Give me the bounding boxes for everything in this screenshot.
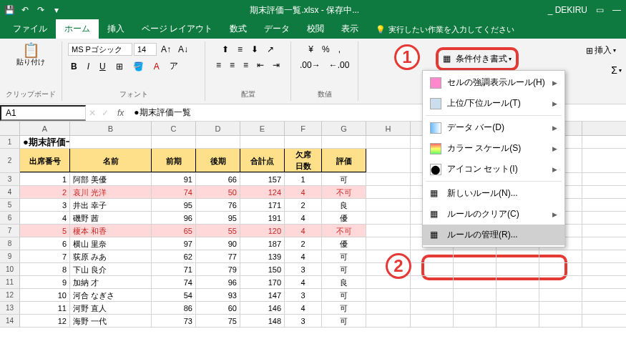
evaluation[interactable]: 不可 [322, 186, 366, 198]
cell[interactable] [454, 315, 497, 327]
tab-view[interactable]: 表示 [333, 19, 367, 39]
absence[interactable]: 3 [285, 289, 322, 301]
row-header[interactable]: 12 [0, 289, 20, 301]
second-term[interactable]: 60 [196, 302, 240, 314]
attendance-number[interactable]: 5 [20, 225, 70, 237]
student-name[interactable]: 河合 なぎさ [70, 289, 152, 301]
undo-icon[interactable]: ↶ [20, 5, 30, 15]
first-term[interactable]: 74 [152, 276, 196, 288]
col-header[interactable]: D [196, 122, 240, 135]
evaluation[interactable]: 優 [322, 237, 366, 250]
cell[interactable] [411, 315, 454, 327]
cf-data-bars[interactable]: データ バー(D)▶ [423, 117, 564, 138]
student-name[interactable]: 横山 里奈 [70, 237, 152, 250]
row-header[interactable]: 6 [0, 212, 20, 224]
absence[interactable]: 4 [285, 276, 322, 288]
cell[interactable] [366, 186, 411, 198]
col-header[interactable]: B [70, 122, 152, 135]
align-top-icon[interactable]: ⬆ [219, 43, 232, 56]
cell[interactable] [454, 263, 497, 275]
total[interactable]: 120 [240, 225, 285, 237]
absence[interactable]: 4 [285, 186, 322, 198]
cf-top-bottom-rules[interactable]: 上位/下位ルール(T)▶ [423, 93, 564, 114]
evaluation[interactable]: 可 [322, 302, 366, 314]
absence[interactable]: 1 [285, 173, 322, 185]
student-name[interactable]: 阿部 美優 [70, 173, 152, 185]
row-header[interactable]: 4 [0, 186, 20, 198]
attendance-number[interactable]: 11 [20, 302, 70, 314]
cell[interactable] [539, 263, 582, 275]
evaluation[interactable]: 可 [322, 289, 366, 301]
autosum-button[interactable]: Σ▾ [608, 63, 625, 77]
attendance-number[interactable]: 12 [20, 315, 70, 327]
cell[interactable] [366, 315, 411, 327]
cell[interactable] [366, 302, 411, 314]
absence[interactable]: 4 [285, 225, 322, 237]
cell[interactable] [366, 136, 411, 148]
evaluation[interactable]: 可 [322, 315, 366, 327]
cell[interactable] [196, 136, 240, 148]
first-term[interactable]: 95 [152, 199, 196, 211]
cell[interactable] [454, 302, 497, 314]
indent-increase-icon[interactable]: ⇥ [270, 59, 283, 72]
second-term[interactable]: 50 [196, 186, 240, 198]
evaluation[interactable]: 不可 [322, 225, 366, 237]
absence[interactable]: 3 [285, 315, 322, 327]
currency-icon[interactable]: ¥ [305, 43, 316, 56]
cell[interactable] [411, 289, 454, 301]
total[interactable]: 148 [240, 315, 285, 327]
qat-more-icon[interactable]: ▾ [52, 5, 62, 15]
cf-color-scales[interactable]: カラー スケール(S)▶ [423, 138, 564, 159]
tab-file[interactable]: ファイル [4, 19, 56, 39]
evaluation[interactable]: 良 [322, 276, 366, 288]
total[interactable]: 139 [240, 250, 285, 262]
row-header[interactable]: 2 [0, 149, 20, 172]
cell[interactable] [366, 276, 411, 288]
student-name[interactable]: 荻原 みあ [70, 250, 152, 262]
cell[interactable] [366, 289, 411, 301]
cell[interactable] [454, 250, 497, 262]
cell[interactable] [366, 149, 411, 172]
col-header[interactable]: A [20, 122, 70, 135]
align-middle-icon[interactable]: ≡ [235, 43, 245, 56]
row-header[interactable]: 9 [0, 250, 20, 262]
tab-home[interactable]: ホーム [56, 19, 99, 39]
insert-cells-button[interactable]: ⊞ 挿入 ▾ [583, 43, 619, 58]
absence[interactable]: 4 [285, 250, 322, 262]
row-header[interactable]: 10 [0, 263, 20, 275]
paste-button[interactable]: 📋 貼り付け [14, 43, 48, 69]
cell[interactable] [152, 136, 196, 148]
conditional-format-button[interactable]: ▦ 条件付き書式 ▾ [440, 51, 514, 67]
cell[interactable] [497, 302, 539, 314]
row-header[interactable]: 1 [0, 136, 20, 148]
attendance-number[interactable]: 4 [20, 212, 70, 224]
row-header[interactable]: 5 [0, 199, 20, 211]
row-header[interactable]: 7 [0, 225, 20, 237]
cf-new-rule[interactable]: ▦新しいルール(N)... [423, 183, 564, 204]
name-box[interactable] [0, 105, 86, 121]
cell[interactable] [366, 212, 411, 224]
cell[interactable] [454, 276, 497, 288]
table-header[interactable]: 後期 [196, 149, 240, 172]
first-term[interactable]: 65 [152, 225, 196, 237]
tab-data[interactable]: データ [255, 19, 298, 39]
cell[interactable] [366, 199, 411, 211]
second-term[interactable]: 75 [196, 315, 240, 327]
tab-formulas[interactable]: 数式 [221, 19, 255, 39]
cell[interactable] [322, 136, 366, 148]
cf-icon-sets[interactable]: ⬤アイコン セット(I)▶ [423, 159, 564, 179]
absence[interactable]: 4 [285, 302, 322, 314]
second-term[interactable]: 77 [196, 250, 240, 262]
evaluation[interactable]: 可 [322, 263, 366, 275]
italic-button[interactable]: I [84, 59, 92, 74]
first-term[interactable]: 74 [152, 186, 196, 198]
absence[interactable]: 2 [285, 237, 322, 250]
cell[interactable] [411, 250, 454, 262]
total[interactable]: 146 [240, 302, 285, 314]
first-term[interactable]: 86 [152, 302, 196, 314]
cell[interactable] [539, 302, 582, 314]
cf-highlight-rules[interactable]: セルの強調表示ルール(H)▶ [423, 72, 564, 93]
attendance-number[interactable]: 9 [20, 276, 70, 288]
attendance-number[interactable]: 10 [20, 289, 70, 301]
total[interactable]: 171 [240, 199, 285, 211]
